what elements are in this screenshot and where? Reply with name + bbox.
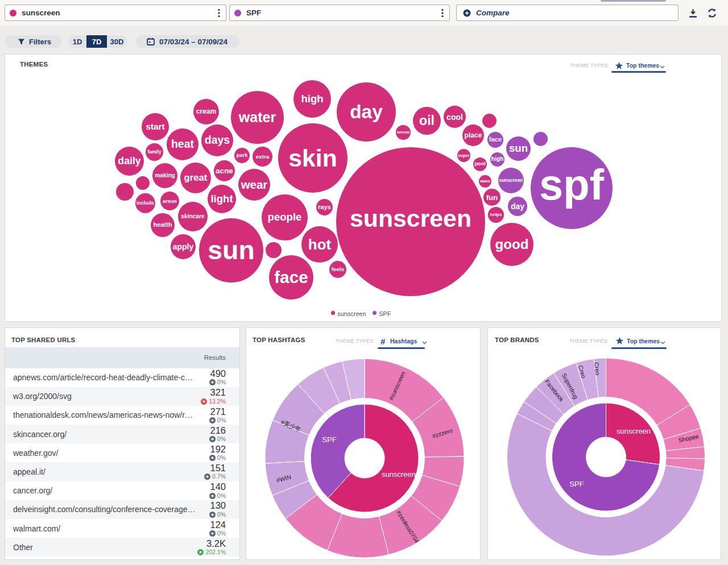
svg-text:sunscreen: sunscreen [617, 427, 651, 435]
svg-text:SPF: SPF [322, 435, 336, 444]
svg-text:sunscreen: sunscreen [382, 470, 416, 479]
svg-text:SPF: SPF [569, 480, 584, 488]
svg-text:Creo: Creo [593, 362, 601, 376]
